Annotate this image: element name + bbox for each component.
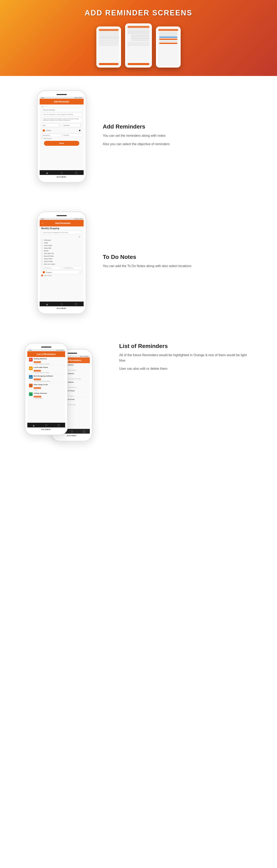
item-label-dairy-milk: Dairy Milk	[44, 247, 51, 249]
item-dairy-milk: Dairy Milk	[40, 247, 84, 249]
recent-btn-3b[interactable]	[83, 431, 85, 433]
item-shampoo: Shampoo	[40, 239, 84, 242]
phone-brand-2: HUAWEI	[40, 306, 84, 310]
check-bread[interactable]	[41, 250, 43, 252]
mini-input-2a	[128, 29, 149, 30]
r-badge-3f-3: Today 12:43	[34, 378, 41, 380]
note-field-1[interactable]: I have to celebrate as well as greet her…	[41, 113, 82, 116]
r-title-3f-3: Best Designing Software	[34, 375, 63, 377]
app-header-3f: List of Reminders	[27, 351, 65, 357]
check-hairwax[interactable]	[41, 253, 43, 254]
phone-todo: Want 89% 6:17 PM ‹ Add Reminder Monthly …	[37, 212, 86, 314]
r-badge-3f-5: Today 11:4M	[34, 396, 41, 398]
hero-phone-1-screen	[98, 28, 119, 66]
home-btn-3f[interactable]	[45, 424, 47, 426]
reminder-select[interactable]: Reminder ▾	[62, 124, 82, 127]
phone-speaker-1	[56, 94, 67, 95]
sticky-note-icon	[63, 267, 65, 269]
check-pepsi[interactable]	[41, 258, 43, 260]
recent-btn-2[interactable]	[75, 303, 77, 305]
status-bar-3f: Want 74% 9:45 PM	[27, 349, 65, 351]
mini-input-1	[99, 32, 118, 33]
list-reminders-section: Want 74% 9:45 PM List of Reminders 💊 Get…	[0, 329, 277, 452]
check-soap[interactable]	[41, 242, 43, 244]
item-label-lays: Lays Chips	[44, 245, 52, 246]
mini-bar-3f	[159, 43, 177, 44]
mini-bar-3a	[159, 32, 177, 34]
phone-screen-2: Monthly Shopping I have to go for shoppi…	[40, 226, 84, 302]
r-title-3f-5: Calling Someone	[34, 392, 63, 394]
item-shoepolish: Shoe Polish	[40, 260, 84, 263]
app-header-2: ‹ Add Reminder	[40, 220, 84, 226]
add-reminders-text: Add Reminders You can set the reminders …	[103, 123, 240, 150]
mini-header-1	[99, 29, 118, 31]
hero-phone-3	[156, 27, 181, 67]
back-arrow-2[interactable]: ‹	[42, 221, 43, 225]
add-item-icon[interactable]: +	[79, 235, 80, 238]
mini-input-2b	[128, 30, 149, 34]
type-select[interactable]: Note ▾	[41, 124, 61, 127]
home-btn-2[interactable]	[61, 303, 63, 305]
home-btn-3b[interactable]	[71, 431, 73, 433]
back-btn-3f[interactable]	[33, 425, 35, 426]
item-label-shoepolish: Shoe Polish	[44, 260, 53, 262]
recent-btn-3f[interactable]	[58, 424, 60, 426]
time-field[interactable]: 5:30 PM	[62, 134, 82, 137]
chevron-shop: ▾	[80, 271, 81, 273]
mini-select-2	[99, 42, 118, 44]
check-lays[interactable]	[41, 245, 43, 246]
app-header-1: Add Reminder	[40, 99, 84, 104]
chevron-sticky: ▾	[73, 267, 73, 269]
done-button-1[interactable]: Done	[44, 141, 79, 146]
hero-phones	[96, 23, 181, 67]
title-field[interactable]: Fiancee Birthday	[41, 108, 82, 112]
recent-btn-1[interactable]	[75, 172, 77, 174]
home-btn-1[interactable]	[61, 172, 63, 174]
location-checkbox[interactable]	[41, 137, 43, 139]
date-field[interactable]: 2018-04-02	[41, 134, 61, 137]
check-dairy-milk[interactable]	[41, 247, 43, 249]
mini-header-3	[159, 29, 178, 31]
reminder-item-3f-3: 💻 Best Designing Software Today 12:43 1.…	[27, 374, 65, 383]
brand-label-3f: Want	[29, 350, 32, 351]
location-checkbox-checked[interactable]	[41, 275, 43, 276]
hero-phone-2-screen	[127, 25, 150, 66]
todo-text: To Do Notes You can add the To Do Notes …	[103, 254, 240, 272]
add-location-row-2: Add location	[41, 275, 82, 276]
sticky-note-select[interactable]: Sticky Note ▾	[62, 266, 82, 270]
shopping-category-select[interactable]: Shopping ▾	[41, 270, 82, 274]
back-btn-1[interactable]	[46, 172, 48, 174]
shopping-note[interactable]: I have to go for shopping for next month	[41, 231, 82, 234]
section1-desc2: Also you can select the objective of rem…	[103, 142, 240, 147]
reminder-content-3f-4: Play Candy Crush Today 11:34 1. play	[34, 384, 63, 391]
hero-phone-1	[96, 27, 121, 67]
item-hairwax: Hair Wax Gel	[40, 252, 84, 255]
brand-label-1: Want	[41, 97, 44, 98]
check-shoepolish[interactable]	[41, 261, 43, 262]
note-field-2[interactable]: I have to purchase list of gifts as well…	[41, 117, 82, 123]
back-btn-2[interactable]	[46, 304, 48, 305]
check-biscuit[interactable]	[41, 255, 43, 257]
mini-input-date	[99, 44, 118, 46]
reminder-icon-3f-5: 📞	[29, 392, 33, 396]
chevron-down-icon-greeting: ▾	[79, 128, 81, 132]
r-title-3f-1: Getting Medicine	[34, 358, 63, 360]
mini-select-2a	[128, 42, 149, 43]
mini-input-3	[99, 35, 118, 39]
type-reminder-row: Note ▾ Reminder ▾	[41, 124, 82, 127]
check-shampoo[interactable]	[41, 239, 43, 241]
mini-header-2	[128, 26, 149, 28]
hero-section: ADD REMINDER SCREENS	[0, 0, 277, 76]
todo-list-select[interactable]: To do List ▾	[41, 266, 61, 270]
shopping-icon	[43, 271, 45, 273]
section3-title: List of Reminders	[119, 343, 252, 349]
phone-brand-1: HUAWEI	[40, 175, 84, 179]
phone-list-front: Want 74% 9:45 PM List of Reminders 💊 Get…	[25, 343, 68, 435]
monthly-shopping-title: Monthly Shopping	[40, 226, 84, 230]
item-label-icecream: Mico Ice cream	[44, 263, 55, 265]
reminder-icon-3f-4: 🎮	[29, 384, 33, 388]
item-label-pepsi: Pepsi Pack	[44, 258, 52, 260]
app-header-title-3f: List of Reminders	[30, 353, 63, 355]
check-icecream[interactable]	[41, 264, 43, 265]
r-title-3f-2: Lunch with Friend	[34, 367, 63, 368]
